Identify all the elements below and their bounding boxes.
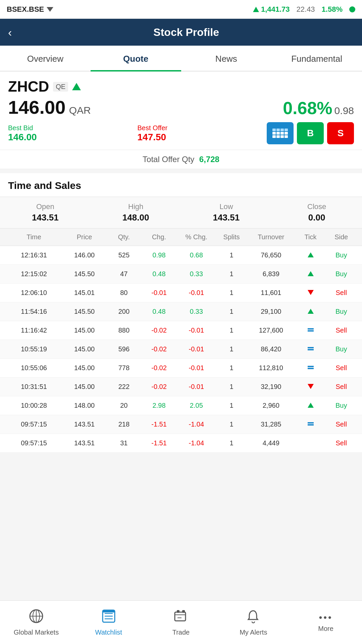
tick-up-icon xyxy=(308,271,314,276)
cell-side: Buy xyxy=(326,251,357,259)
table-row: 09:57:15 143.51 218 -1.51 -1.04 1 31,285… xyxy=(0,415,362,434)
cell-pctchg: 0.33 xyxy=(176,270,216,278)
nav-my-alerts[interactable]: My Alerts xyxy=(217,601,290,644)
cell-qty: 880 xyxy=(106,327,142,334)
cell-price: 145.00 xyxy=(62,327,106,334)
tab-quote[interactable]: Quote xyxy=(91,46,181,71)
cell-pctchg: 2.05 xyxy=(176,402,216,409)
high-value: 148.00 xyxy=(91,212,181,223)
status-price-value: 1,441.73 xyxy=(261,5,290,14)
open-label: Open xyxy=(0,202,91,211)
cell-side: Buy xyxy=(326,308,357,315)
cell-turnover: 4,449 xyxy=(247,439,295,447)
cell-price: 145.01 xyxy=(62,289,106,297)
col-time: Time xyxy=(5,233,62,241)
tick-up-icon xyxy=(308,252,314,257)
tick-eq-icon xyxy=(308,424,314,426)
buy-button[interactable]: B xyxy=(297,122,324,144)
more-dots-icon: ••• xyxy=(319,612,332,623)
tab-news[interactable]: News xyxy=(181,46,272,71)
cell-time: 12:16:31 xyxy=(5,251,62,259)
cell-qty: 778 xyxy=(106,364,142,372)
cell-qty: 47 xyxy=(106,270,142,278)
tick-up-icon xyxy=(308,403,314,408)
stock-symbol: ZHCD xyxy=(8,78,49,95)
tick-up-icon xyxy=(308,309,314,314)
cell-price: 145.50 xyxy=(62,308,106,315)
open-value: 143.51 xyxy=(0,212,91,223)
cell-qty: 222 xyxy=(106,383,142,391)
cell-splits: 1 xyxy=(216,439,247,447)
cell-side: Sell xyxy=(326,420,357,428)
cell-splits: 1 xyxy=(216,289,247,297)
nav-trade-label: Trade xyxy=(172,629,190,636)
time-sales-header: Time and Sales xyxy=(0,173,362,197)
cell-price: 146.00 xyxy=(62,251,106,259)
cell-price: 145.50 xyxy=(62,270,106,278)
cell-pctchg: 0.68 xyxy=(176,251,216,259)
cell-side: Buy xyxy=(326,402,357,409)
cell-chg: -0.02 xyxy=(142,364,177,372)
cell-tick xyxy=(295,289,326,297)
stock-trend-up-icon xyxy=(72,83,81,90)
cell-side: Sell xyxy=(326,289,357,297)
status-price: 1,441.73 xyxy=(253,5,290,14)
nav-watchlist[interactable]: Watchlist xyxy=(72,601,145,644)
cell-turnover: 29,100 xyxy=(247,308,295,315)
bid-offer-row: Best Bid 146.00 Best Offer 147.50 B S xyxy=(0,118,362,150)
tick-eq-icon xyxy=(308,349,314,350)
cell-tick xyxy=(295,402,326,409)
cell-time: 12:15:02 xyxy=(5,270,62,278)
tick-eq-icon xyxy=(308,330,314,332)
nav-trade[interactable]: Trade xyxy=(145,601,217,644)
trades-rows: 12:16:31 146.00 525 0.98 0.68 1 76,650 B… xyxy=(0,246,362,453)
cell-chg: -1.51 xyxy=(142,420,177,428)
tab-overview[interactable]: Overview xyxy=(0,46,91,71)
exchange-name: BSEX.BSE xyxy=(7,5,44,14)
cell-chg: 0.48 xyxy=(142,308,177,315)
cell-chg: -0.02 xyxy=(142,383,177,391)
cell-pctchg: -1.04 xyxy=(176,420,216,428)
cell-pctchg: -0.01 xyxy=(176,345,216,353)
offer-qty-value: 6,728 xyxy=(199,155,219,164)
back-button[interactable]: ‹ xyxy=(8,26,12,39)
cell-qty: 218 xyxy=(106,420,142,428)
nav-global-markets[interactable]: Global Markets xyxy=(0,601,72,644)
status-right: 1,441.73 22.43 1.58% xyxy=(253,5,355,14)
cell-time: 12:06:10 xyxy=(5,289,62,297)
tab-fundamental[interactable]: Fundamental xyxy=(271,46,362,71)
cell-qty: 596 xyxy=(106,345,142,353)
cell-chg: -0.02 xyxy=(142,327,177,334)
nav-global-markets-label: Global Markets xyxy=(14,629,59,636)
svg-rect-8 xyxy=(103,610,115,612)
close-label: Close xyxy=(271,202,362,211)
cell-splits: 1 xyxy=(216,345,247,353)
sell-button[interactable]: S xyxy=(327,122,354,144)
nav-more[interactable]: ••• More xyxy=(290,601,362,644)
cell-time: 10:55:06 xyxy=(5,364,62,372)
offer-qty-label: Total Offer Qty xyxy=(143,155,194,164)
stock-change-pct: 0.68% xyxy=(283,98,332,118)
cell-pctchg: -0.01 xyxy=(176,364,216,372)
cell-side: Buy xyxy=(326,345,357,353)
cell-qty: 80 xyxy=(106,289,142,297)
tick-eq-icon xyxy=(308,368,314,369)
cell-splits: 1 xyxy=(216,402,247,409)
cell-splits: 1 xyxy=(216,251,247,259)
cell-chg: 0.98 xyxy=(142,251,177,259)
cell-side: Sell xyxy=(326,364,357,372)
offer-value: 147.50 xyxy=(138,132,267,143)
stock-change-val: 0.98 xyxy=(334,105,354,116)
action-buttons: B S xyxy=(267,122,354,144)
offer-qty-bar: Total Offer Qty 6,728 xyxy=(0,150,362,169)
depth-table-button[interactable] xyxy=(267,122,294,144)
exchange-dropdown-icon[interactable] xyxy=(47,7,53,12)
cell-qty: 20 xyxy=(106,402,142,409)
cell-side: Sell xyxy=(326,439,357,447)
table-icon xyxy=(272,129,288,138)
globe-icon xyxy=(29,609,44,627)
col-tick: Tick xyxy=(295,233,326,241)
trades-table: Time Price Qty. Chg. % Chg. Splits Turno… xyxy=(0,229,362,453)
cell-price: 143.51 xyxy=(62,420,106,428)
high-label: High xyxy=(91,202,181,211)
